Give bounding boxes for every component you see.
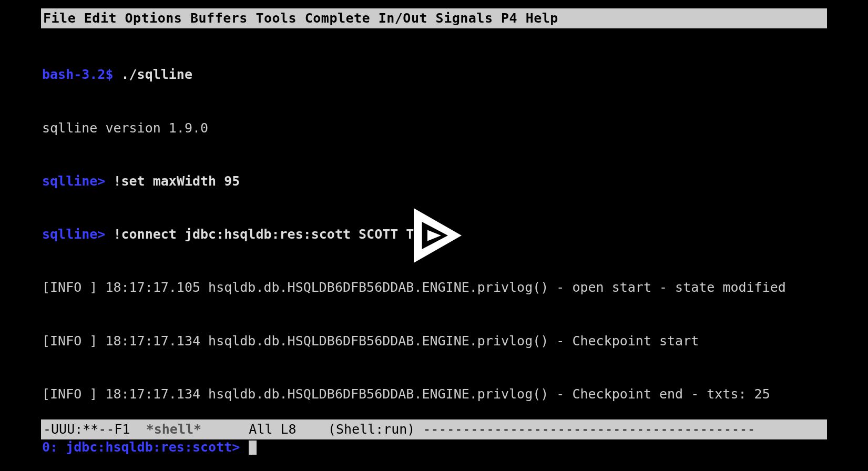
menu-complete[interactable]: Complete	[305, 11, 370, 26]
shell-prompt: sqlline>	[42, 227, 113, 242]
play-icon	[400, 201, 468, 270]
shell-prompt: 0: jdbc:hsqldb:res:scott>	[42, 439, 248, 455]
menu-tools[interactable]: Tools	[256, 11, 297, 26]
shell-command: ./sqlline	[121, 67, 192, 82]
shell-output: [INFO ] 18:17:17.134 hsqldb.db.HSQLDB6DF…	[42, 332, 826, 350]
menu-edit[interactable]: Edit	[84, 11, 117, 26]
shell-prompt: sqlline>	[42, 173, 113, 189]
mode-line: -UUU:**--F1 *shell* All L8 (Shell:run) -…	[41, 419, 827, 439]
menu-p4[interactable]: P4	[501, 11, 517, 26]
menu-help[interactable]: Help	[526, 11, 558, 26]
menu-inout[interactable]: In/Out	[379, 11, 427, 26]
modeline-mode: (Shell:run)	[328, 422, 423, 437]
modeline-fill: ----------------------------------------…	[423, 422, 755, 437]
shell-line: 0: jdbc:hsqldb:res:scott>	[42, 438, 826, 456]
shell-output: [INFO ] 18:17:17.105 hsqldb.db.HSQLDB6DF…	[42, 279, 826, 296]
modeline-position: All L8	[201, 422, 328, 437]
shell-command: !set maxWidth 95	[113, 173, 240, 189]
shell-prompt: bash-3.2$	[42, 67, 121, 82]
menu-options[interactable]: Options	[125, 11, 182, 26]
shell-line: bash-3.2$ ./sqlline	[42, 66, 826, 84]
shell-output: sqlline version 1.9.0	[42, 119, 826, 137]
modeline-buffer-name: *shell*	[146, 422, 201, 437]
text-cursor	[249, 441, 257, 455]
menu-signals[interactable]: Signals	[436, 11, 493, 26]
emacs-terminal-window: File Edit Options Buffers Tools Complete…	[41, 8, 827, 463]
shell-command: !connect jdbc:hsqldb:res:scott SCOTT TIG…	[113, 227, 445, 242]
menu-file[interactable]: File	[43, 11, 76, 26]
shell-output: [INFO ] 18:17:17.134 hsqldb.db.HSQLDB6DF…	[42, 385, 826, 403]
menu-buffers[interactable]: Buffers	[190, 11, 248, 26]
shell-line: sqlline> !set maxWidth 95	[42, 172, 826, 190]
modeline-status: -UUU:**--F1	[43, 422, 146, 437]
menu-bar: File Edit Options Buffers Tools Complete…	[41, 8, 827, 28]
play-button[interactable]	[400, 201, 468, 270]
